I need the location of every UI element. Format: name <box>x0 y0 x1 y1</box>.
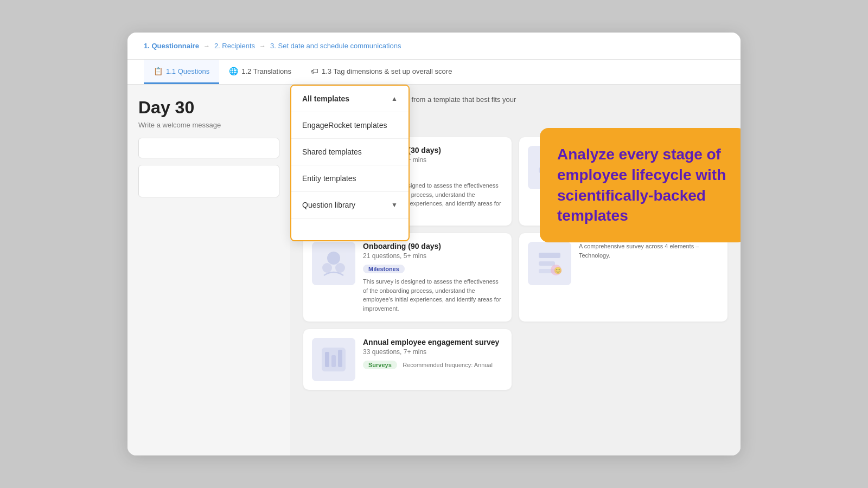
step-2[interactable]: 2. Recipients <box>214 42 255 50</box>
tab-tag-dimensions[interactable]: 🏷 1.3 Tag dimensions & set up overall sc… <box>301 60 462 84</box>
svg-point-6 <box>327 252 340 265</box>
tab-translations[interactable]: 🌐 1.2 Translations <box>219 60 301 84</box>
welcome-input[interactable] <box>138 138 279 158</box>
steps-bar: 1. Questionnaire → 2. Recipients → 3. Se… <box>127 33 741 60</box>
card-badge-onboarding-90: Milestones <box>363 265 405 273</box>
tag-icon: 🏷 <box>311 67 318 75</box>
content-area: Day 30 Write a welcome message All templ… <box>127 85 741 455</box>
highlight-box: Analyze every stage of employee lifecycl… <box>540 128 741 242</box>
tab-questions[interactable]: 📋 1.1 Questions <box>144 60 219 84</box>
svg-rect-10 <box>539 261 555 266</box>
card-body-onboarding-90: Onboarding (90 days) 21 questions, 5+ mi… <box>363 242 503 313</box>
day-title: Day 30 <box>138 98 279 118</box>
card-badge-annual: Surveys <box>363 361 397 369</box>
dropdown-engagerocket-label: EngageRocket templates <box>302 121 387 130</box>
dropdown-question-label: Question library <box>302 201 355 209</box>
main-card: 1. Questionnaire → 2. Recipients → 3. Se… <box>127 33 741 455</box>
dropdown-shared[interactable]: Shared templates <box>291 139 409 165</box>
card-freq-annual: Recommended frequency: Annual <box>403 362 493 368</box>
dropdown-entity[interactable]: Entity templates <box>291 165 409 192</box>
highlight-text: Analyze every stage of employee lifecycl… <box>557 144 729 226</box>
translations-icon: 🌐 <box>229 67 238 75</box>
card-title-annual: Annual employee engagement survey <box>363 338 503 346</box>
template-card-partial-2[interactable]: 😊 A comprehensive survey across 4 elemen… <box>519 233 727 322</box>
sub-tabs-bar: 📋 1.1 Questions 🌐 1.2 Translations 🏷 1.3… <box>127 60 741 85</box>
template-card-onboarding-90[interactable]: Onboarding (90 days) 21 questions, 5+ mi… <box>303 233 512 322</box>
card-image-annual <box>312 338 355 381</box>
card-title-onboarding-90: Onboarding (90 days) <box>363 242 503 251</box>
card-meta-onboarding-90: 21 questions, 5+ mins <box>363 252 503 260</box>
tab-questions-label: 1.1 Questions <box>166 67 209 75</box>
questions-icon: 📋 <box>154 67 163 75</box>
chevron-up-icon: ▲ <box>391 95 398 102</box>
step-arrow-2: → <box>259 42 266 50</box>
svg-rect-15 <box>325 352 329 367</box>
card-desc-partial-2: A comprehensive survey across 4 elements… <box>579 242 719 260</box>
tab-tag-label: 1.3 Tag dimensions & set up overall scor… <box>322 67 452 75</box>
tab-translations-label: 1.2 Translations <box>241 67 291 75</box>
dropdown-all-templates[interactable]: All templates ▲ <box>291 86 409 112</box>
dropdown-engagerocket[interactable]: EngageRocket templates <box>291 112 409 139</box>
svg-rect-16 <box>331 355 336 367</box>
step-3-label: 3. Set date and schedule communications <box>270 42 401 50</box>
welcome-label: Write a welcome message <box>138 121 279 129</box>
step-1-label: 1. Questionnaire <box>144 42 199 50</box>
chevron-down-icon: ▼ <box>391 201 398 209</box>
card-image-onboarding-90 <box>312 242 355 285</box>
card-image-partial-2: 😊 <box>528 242 571 285</box>
step-2-label: 2. Recipients <box>214 42 255 50</box>
svg-point-7 <box>322 263 332 273</box>
card-meta-annual: 33 questions, 7+ mins <box>363 348 503 356</box>
dropdown-title: All templates <box>302 94 349 103</box>
card-body-annual: Annual employee engagement survey 33 que… <box>363 338 503 373</box>
template-card-annual[interactable]: Annual employee engagement survey 33 que… <box>303 329 512 390</box>
step-arrow-1: → <box>203 42 210 50</box>
svg-text:😊: 😊 <box>554 266 562 274</box>
template-dropdown[interactable]: All templates ▲ EngageRocket templates S… <box>290 85 410 241</box>
welcome-textarea[interactable] <box>138 165 279 197</box>
dropdown-shared-label: Shared templates <box>302 147 362 156</box>
step-1[interactable]: 1. Questionnaire <box>144 42 199 50</box>
dropdown-question-library[interactable]: Question library ▼ <box>291 192 409 219</box>
svg-point-8 <box>335 263 345 273</box>
left-panel: Day 30 Write a welcome message <box>127 85 290 455</box>
svg-rect-17 <box>338 350 342 367</box>
step-3[interactable]: 3. Set date and schedule communications <box>270 42 401 50</box>
dropdown-entity-label: Entity templates <box>302 174 356 183</box>
card-desc-onboarding-90: This survey is designed to assess the ef… <box>363 277 503 313</box>
card-body-partial-2: A comprehensive survey across 4 elements… <box>579 242 719 260</box>
svg-rect-9 <box>539 253 560 258</box>
